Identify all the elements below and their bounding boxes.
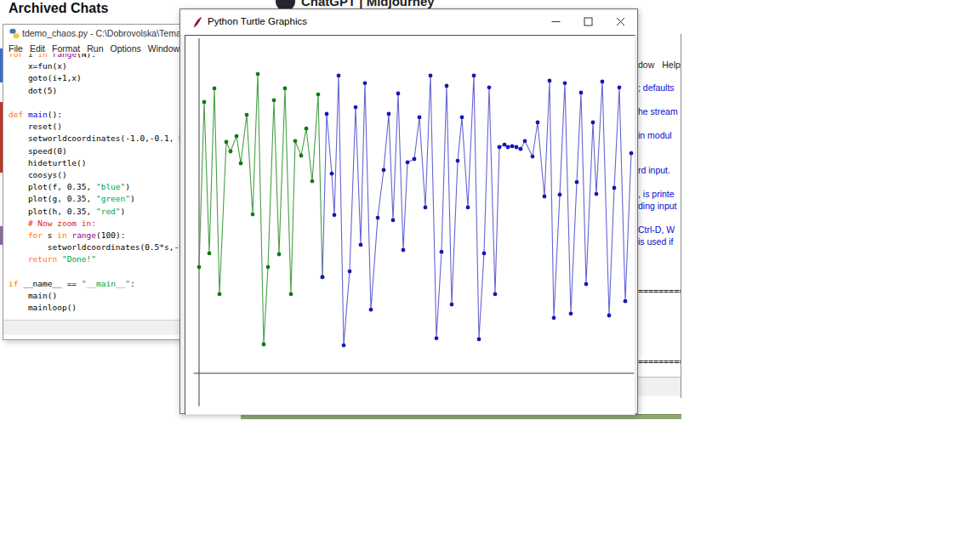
data-dot bbox=[630, 151, 634, 156]
code-line: speed(0) bbox=[9, 145, 180, 157]
data-dot bbox=[197, 265, 202, 270]
data-dot bbox=[359, 243, 363, 247]
turtle-titlebar[interactable]: Python Turtle Graphics bbox=[180, 9, 637, 35]
data-dot bbox=[607, 314, 612, 318]
shell-restart-separator: ======================== bbox=[638, 287, 681, 296]
data-dot bbox=[316, 93, 321, 97]
code-line: plot(h, 0.35, "red") bbox=[9, 206, 180, 218]
data-dot bbox=[466, 206, 470, 210]
shell-output-line: Ctrl-D, W bbox=[638, 224, 675, 235]
data-dot bbox=[493, 293, 498, 297]
data-dot bbox=[487, 85, 492, 89]
maximize-button[interactable] bbox=[573, 9, 602, 34]
code-line: plot(g, 0.35, "green") bbox=[9, 193, 180, 205]
menu-item-run[interactable]: Run bbox=[87, 43, 103, 54]
data-dot bbox=[325, 112, 329, 116]
data-dot bbox=[213, 87, 217, 91]
idle-editor-window: tdemo_chaos.py - C:\Dobrovolska\Tema1\ F… bbox=[3, 24, 181, 340]
data-dot bbox=[277, 253, 282, 257]
shell-statusbar bbox=[636, 377, 681, 396]
menu-item-window[interactable]: Window bbox=[148, 43, 179, 54]
data-dot bbox=[456, 159, 460, 163]
minimize-button[interactable] bbox=[541, 9, 570, 34]
data-dot bbox=[584, 282, 589, 287]
data-dot bbox=[506, 145, 510, 150]
data-dot bbox=[293, 139, 298, 143]
code-line: setworldcoordinates(-1.0,-0.1, N+1, bbox=[9, 133, 180, 145]
data-dot bbox=[558, 193, 562, 197]
data-dot bbox=[563, 81, 567, 85]
shell-output-line: ; defaults bbox=[638, 82, 675, 93]
data-dot bbox=[624, 299, 628, 304]
menu-item-format[interactable]: Format bbox=[52, 43, 80, 54]
page-heading: Archived Chats bbox=[9, 1, 108, 16]
data-dot bbox=[543, 195, 547, 199]
code-line: x=fun(x) bbox=[9, 60, 180, 72]
minimize-icon bbox=[551, 17, 561, 26]
menu-item-help[interactable]: Help bbox=[662, 60, 681, 70]
menu-item-dow[interactable]: dow bbox=[638, 60, 654, 70]
shell-output-line: he stream bbox=[638, 106, 678, 116]
data-dot bbox=[202, 100, 207, 105]
turtle-window-title: Python Turtle Graphics bbox=[208, 16, 307, 26]
data-dot bbox=[208, 252, 212, 256]
data-dot bbox=[460, 116, 464, 120]
code-line: def main(): bbox=[9, 109, 180, 121]
data-dot bbox=[435, 336, 439, 340]
data-dot bbox=[612, 186, 617, 190]
data-dot bbox=[536, 121, 540, 125]
menu-item-file[interactable]: File bbox=[9, 43, 23, 54]
data-dot bbox=[235, 134, 239, 139]
data-dot bbox=[391, 219, 396, 223]
code-line: coosys() bbox=[9, 169, 180, 181]
shell-output-line: is used if bbox=[638, 236, 673, 247]
idle-code-editor[interactable]: for i in range(N): x=fun(x) goto(i+1,x) … bbox=[3, 54, 180, 320]
data-dot bbox=[406, 161, 410, 165]
data-dot bbox=[618, 85, 622, 89]
data-dot bbox=[363, 81, 368, 85]
close-button[interactable] bbox=[606, 9, 635, 34]
shell-output-line: in modul bbox=[638, 130, 672, 140]
data-dot bbox=[445, 84, 449, 88]
data-dot bbox=[289, 293, 293, 297]
data-dot bbox=[245, 113, 249, 117]
turtle-canvas bbox=[185, 35, 635, 415]
data-dot bbox=[498, 145, 502, 150]
data-dot bbox=[387, 112, 391, 116]
data-dot bbox=[440, 250, 444, 254]
code-line: main() bbox=[9, 290, 180, 302]
data-dot bbox=[450, 303, 454, 307]
idle-titlebar[interactable]: tdemo_chaos.py - C:\Dobrovolska\Tema1\ bbox=[3, 25, 180, 42]
data-dot bbox=[472, 74, 476, 78]
data-dot bbox=[515, 145, 519, 150]
idle-shell-window[interactable]: dowHelp ; defaultshe stream in modulrd i… bbox=[636, 34, 681, 398]
menu-item-edit[interactable]: Edit bbox=[30, 43, 45, 54]
data-dot bbox=[482, 252, 487, 256]
data-dot bbox=[418, 116, 422, 120]
chaos-plot bbox=[185, 36, 635, 414]
code-line: for s in range(100): bbox=[9, 230, 180, 241]
data-dot bbox=[256, 72, 260, 77]
data-dot bbox=[342, 344, 346, 348]
data-dot bbox=[348, 270, 352, 274]
data-dot bbox=[321, 276, 325, 280]
data-dot bbox=[333, 213, 337, 217]
data-dot bbox=[477, 338, 481, 342]
shell-output-line: , is printe bbox=[638, 189, 675, 199]
desktop: Archived Chats ChatGPT | Midjourney tdem… bbox=[0, 0, 980, 551]
shell-menubar: dowHelp bbox=[638, 60, 681, 70]
code-line: setworldcoordinates(0.5*s,-0.1, N bbox=[9, 241, 180, 253]
data-dot bbox=[413, 157, 417, 162]
menu-item-options[interactable]: Options bbox=[111, 43, 141, 54]
tk-feather-icon bbox=[192, 16, 202, 28]
data-dot bbox=[266, 265, 271, 270]
data-dot bbox=[424, 206, 428, 210]
data-dot bbox=[523, 139, 527, 143]
data-dot bbox=[229, 150, 233, 154]
series-line-f bbox=[322, 76, 631, 345]
code-line: for i in range(N): bbox=[9, 54, 180, 60]
data-dot bbox=[225, 140, 229, 145]
data-dot bbox=[262, 343, 266, 347]
shell-output-line: ding input bbox=[638, 201, 677, 211]
data-dot bbox=[299, 154, 304, 158]
